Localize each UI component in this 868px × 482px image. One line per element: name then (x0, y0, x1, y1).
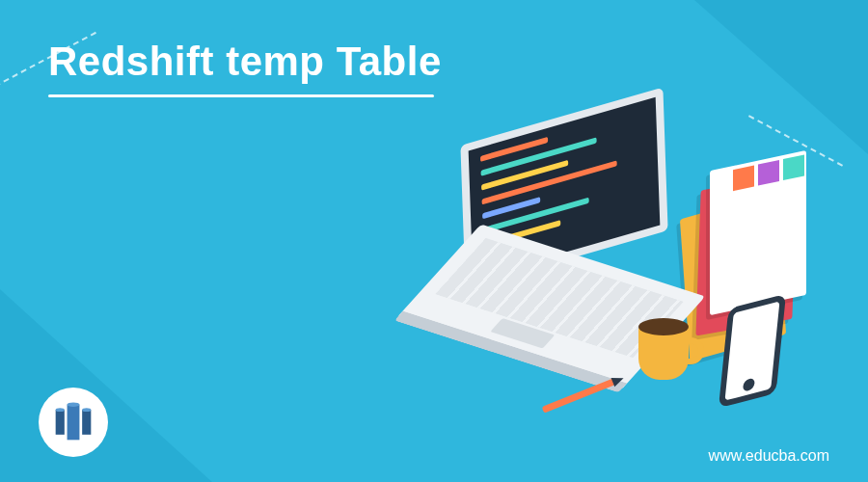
svg-rect-2 (68, 405, 80, 441)
mug-coffee (638, 318, 689, 335)
accent-shape-bottom (0, 289, 212, 482)
svg-rect-1 (82, 410, 91, 435)
svg-rect-0 (56, 410, 65, 435)
pen-icon (542, 378, 616, 413)
illustration-scene (386, 87, 829, 434)
coffee-mug-icon (638, 326, 704, 388)
svg-point-4 (56, 408, 65, 412)
database-cluster-icon (52, 401, 95, 443)
sticky-note-icon (758, 160, 779, 186)
svg-point-3 (68, 402, 80, 407)
svg-point-5 (82, 408, 91, 412)
redshift-logo-icon (39, 388, 108, 457)
banner-graphic: Redshift temp Table (0, 0, 868, 482)
title-underline (48, 94, 434, 97)
sticky-note-icon (783, 154, 804, 180)
sticky-note-icon (733, 165, 754, 191)
mug-handle (683, 337, 704, 364)
book-icon (710, 150, 806, 315)
site-url: www.educba.com (709, 447, 829, 465)
page-title: Redshift temp Table (48, 39, 442, 85)
